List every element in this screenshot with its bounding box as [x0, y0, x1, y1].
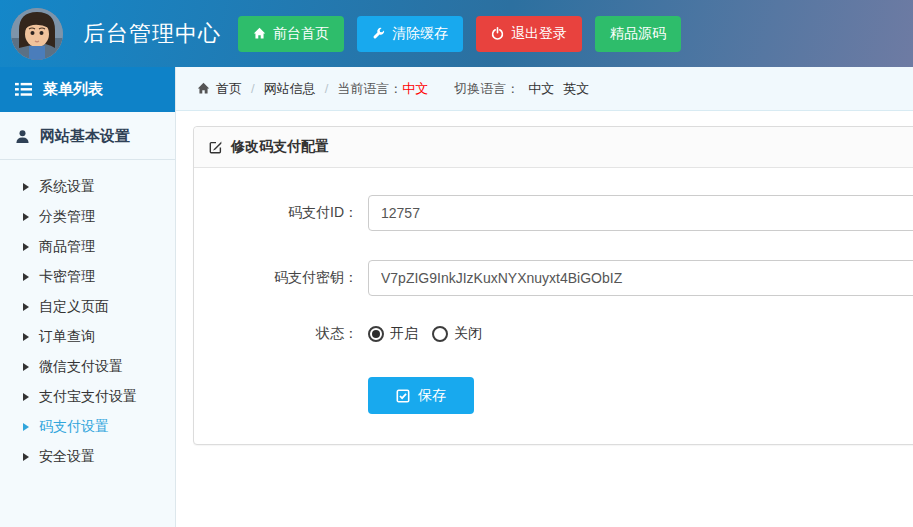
panel-title: 修改码支付配置 — [231, 138, 329, 156]
logout-label: 退出登录 — [511, 25, 567, 43]
form-row-pay-id: 码支付ID： — [194, 195, 913, 231]
form-row-status: 状态： 开启 关闭 — [194, 325, 913, 343]
codepay-config-panel: 修改码支付配置 码支付ID： 码支付密钥： 状态： — [193, 126, 913, 445]
sidebar-item-codepay-settings[interactable]: 码支付设置 — [0, 412, 175, 442]
check-square-icon — [396, 389, 410, 403]
clear-cache-button[interactable]: 清除缓存 — [357, 16, 463, 52]
front-home-label: 前台首页 — [273, 25, 329, 43]
wrench-icon — [372, 27, 385, 40]
pay-id-label: 码支付ID： — [194, 204, 358, 222]
front-home-button[interactable]: 前台首页 — [238, 16, 344, 52]
caret-right-icon — [23, 213, 29, 221]
caret-right-icon — [23, 333, 29, 341]
main-content: 修改码支付配置 码支付ID： 码支付密钥： 状态： — [176, 111, 913, 527]
power-icon — [491, 27, 504, 40]
sidebar-item-custom-pages[interactable]: 自定义页面 — [0, 292, 175, 322]
status-label: 状态： — [194, 325, 358, 343]
sidebar-menu: 系统设置 分类管理 商品管理 卡密管理 自定义页面 订单查询 微信支付设置 支付… — [0, 160, 175, 472]
sidebar-item-label: 分类管理 — [39, 208, 95, 226]
sidebar-item-product-management[interactable]: 商品管理 — [0, 232, 175, 262]
sidebar-item-order-query[interactable]: 订单查询 — [0, 322, 175, 352]
caret-right-icon — [23, 243, 29, 251]
breadcrumb-site-info-label: 网站信息 — [264, 80, 316, 98]
breadcrumb: 首页 / 网站信息 / 当前语言： 中文 切换语言： 中文 英文 — [176, 67, 913, 111]
sidebar-section-label: 网站基本设置 — [40, 127, 130, 146]
current-language-value: 中文 — [402, 80, 428, 98]
pay-id-input[interactable] — [368, 195, 913, 231]
sidebar-item-label: 系统设置 — [39, 178, 95, 196]
status-radio-on[interactable]: 开启 — [368, 325, 418, 343]
list-icon — [15, 82, 32, 97]
breadcrumb-separator: / — [251, 81, 255, 96]
pay-key-input[interactable] — [368, 260, 913, 296]
caret-right-icon — [23, 423, 29, 431]
sidebar-item-category-management[interactable]: 分类管理 — [0, 202, 175, 232]
sidebar-item-label: 自定义页面 — [39, 298, 109, 316]
form-row-pay-key: 码支付密钥： — [194, 260, 913, 296]
save-button[interactable]: 保存 — [368, 377, 474, 414]
panel-body: 码支付ID： 码支付密钥： 状态： 开启 — [194, 168, 913, 444]
header-actions: 前台首页 清除缓存 退出登录 精品源码 — [238, 16, 681, 52]
sidebar-item-security-settings[interactable]: 安全设置 — [0, 442, 175, 472]
sidebar-item-label: 商品管理 — [39, 238, 95, 256]
caret-right-icon — [23, 393, 29, 401]
save-row: 保存 — [368, 377, 913, 414]
caret-right-icon — [23, 303, 29, 311]
breadcrumb-site-info[interactable]: 网站信息 — [264, 80, 316, 98]
breadcrumb-home[interactable]: 首页 — [197, 80, 242, 98]
language-option-zh[interactable]: 中文 — [528, 80, 554, 98]
sidebar-item-label: 订单查询 — [39, 328, 95, 346]
sidebar-section-site-settings[interactable]: 网站基本设置 — [0, 112, 175, 160]
clear-cache-label: 清除缓存 — [392, 25, 448, 43]
edit-icon — [209, 140, 223, 154]
source-code-label: 精品源码 — [610, 25, 666, 43]
panel-header: 修改码支付配置 — [194, 127, 913, 168]
caret-right-icon — [23, 453, 29, 461]
sidebar-item-label: 微信支付设置 — [39, 358, 123, 376]
user-icon — [15, 129, 30, 144]
status-on-label[interactable]: 开启 — [390, 325, 418, 343]
status-off-label[interactable]: 关闭 — [454, 325, 482, 343]
caret-right-icon — [23, 183, 29, 191]
caret-right-icon — [23, 363, 29, 371]
app-header: 后台管理中心 前台首页 清除缓存 退出登录 精品源码 — [0, 0, 913, 67]
sidebar-item-label: 卡密管理 — [39, 268, 95, 286]
logout-button[interactable]: 退出登录 — [476, 16, 582, 52]
sidebar-item-label: 安全设置 — [39, 448, 95, 466]
sidebar: 菜单列表 网站基本设置 系统设置 分类管理 商品管理 卡密管理 自定义页面 订单… — [0, 67, 176, 527]
switch-language-label: 切换语言： — [454, 80, 519, 98]
breadcrumb-home-label: 首页 — [216, 80, 242, 98]
avatar-image — [11, 8, 63, 60]
sidebar-menu-header-label: 菜单列表 — [43, 80, 103, 99]
sidebar-item-alipay-settings[interactable]: 支付宝支付设置 — [0, 382, 175, 412]
avatar[interactable] — [11, 8, 63, 60]
sidebar-item-label: 码支付设置 — [39, 418, 109, 436]
radio-unselected-icon[interactable] — [432, 326, 448, 342]
status-radio-off[interactable]: 关闭 — [432, 325, 482, 343]
sidebar-item-label: 支付宝支付设置 — [39, 388, 137, 406]
home-icon — [197, 82, 210, 95]
save-button-label: 保存 — [418, 387, 446, 405]
sidebar-item-system-settings[interactable]: 系统设置 — [0, 172, 175, 202]
source-code-button[interactable]: 精品源码 — [595, 16, 681, 52]
pay-key-label: 码支付密钥： — [194, 269, 358, 287]
page-title: 后台管理中心 — [83, 19, 221, 49]
sidebar-item-wechat-pay-settings[interactable]: 微信支付设置 — [0, 352, 175, 382]
sidebar-menu-header[interactable]: 菜单列表 — [0, 67, 175, 112]
radio-selected-icon[interactable] — [368, 326, 384, 342]
language-option-en[interactable]: 英文 — [563, 80, 589, 98]
current-language-label: 当前语言： — [337, 80, 402, 98]
caret-right-icon — [23, 273, 29, 281]
home-icon — [253, 27, 266, 40]
sidebar-item-card-key-management[interactable]: 卡密管理 — [0, 262, 175, 292]
breadcrumb-separator: / — [325, 81, 329, 96]
